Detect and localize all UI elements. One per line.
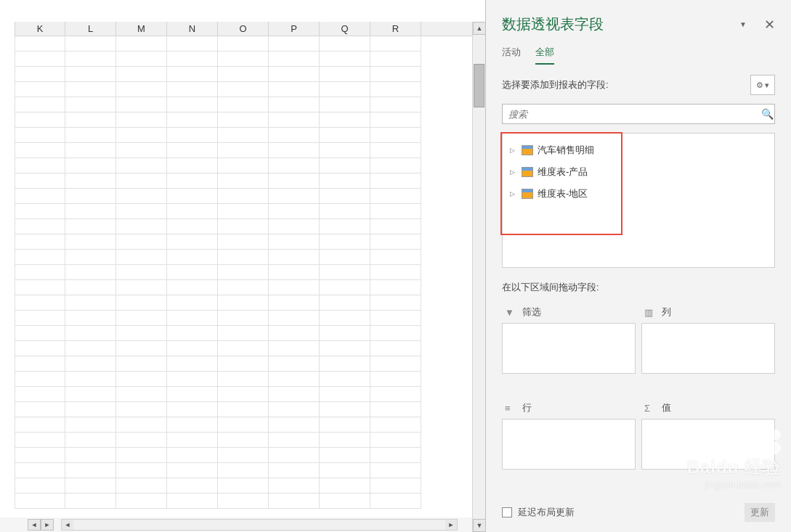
cell[interactable] bbox=[370, 97, 421, 112]
col-header[interactable]: N bbox=[167, 22, 218, 36]
cell[interactable] bbox=[370, 417, 421, 433]
cell[interactable] bbox=[320, 417, 370, 433]
cell[interactable] bbox=[65, 52, 116, 67]
cell[interactable] bbox=[370, 448, 421, 463]
cell[interactable] bbox=[116, 234, 167, 250]
defer-layout-checkbox[interactable]: 延迟布局更新 bbox=[502, 506, 575, 519]
cell[interactable] bbox=[269, 128, 320, 143]
cell[interactable] bbox=[218, 448, 269, 463]
cell[interactable] bbox=[218, 372, 269, 387]
cell[interactable] bbox=[15, 478, 65, 494]
cell[interactable] bbox=[320, 250, 370, 265]
cell[interactable] bbox=[370, 143, 421, 158]
cell[interactable] bbox=[65, 387, 116, 402]
cell[interactable] bbox=[320, 173, 370, 189]
cell[interactable] bbox=[65, 448, 116, 463]
cell[interactable] bbox=[269, 463, 320, 478]
cell[interactable] bbox=[269, 97, 320, 112]
cell[interactable] bbox=[65, 326, 116, 341]
cell[interactable] bbox=[65, 204, 116, 219]
cell[interactable] bbox=[269, 356, 320, 372]
cell[interactable] bbox=[116, 219, 167, 234]
cell[interactable] bbox=[15, 204, 65, 219]
cell[interactable] bbox=[218, 280, 269, 295]
cell[interactable] bbox=[320, 36, 370, 52]
cell[interactable] bbox=[15, 433, 65, 448]
col-header[interactable]: L bbox=[65, 22, 116, 36]
cell[interactable] bbox=[116, 52, 167, 67]
cell[interactable] bbox=[65, 143, 116, 158]
field-item[interactable]: ▷ 汽车销售明细 bbox=[503, 139, 774, 161]
cell[interactable] bbox=[167, 250, 218, 265]
cell[interactable] bbox=[65, 341, 116, 356]
cell[interactable] bbox=[167, 52, 218, 67]
scroll-right-icon[interactable]: ► bbox=[445, 520, 457, 530]
cell[interactable] bbox=[65, 36, 116, 52]
cell[interactable] bbox=[65, 158, 116, 173]
cell[interactable] bbox=[370, 158, 421, 173]
cell[interactable] bbox=[116, 280, 167, 295]
cell[interactable] bbox=[15, 356, 65, 372]
cell[interactable] bbox=[370, 433, 421, 448]
cell[interactable] bbox=[269, 295, 320, 311]
cell[interactable] bbox=[269, 250, 320, 265]
cell[interactable] bbox=[65, 494, 116, 509]
cell[interactable] bbox=[167, 295, 218, 311]
close-icon[interactable]: ✕ bbox=[764, 17, 775, 33]
cell[interactable] bbox=[116, 463, 167, 478]
scroll-down-icon[interactable]: ▼ bbox=[473, 519, 486, 532]
cell[interactable] bbox=[15, 295, 65, 311]
cell[interactable] bbox=[116, 448, 167, 463]
cell[interactable] bbox=[320, 463, 370, 478]
cell[interactable] bbox=[218, 341, 269, 356]
cell[interactable] bbox=[116, 295, 167, 311]
cell[interactable] bbox=[167, 189, 218, 204]
cell[interactable] bbox=[218, 189, 269, 204]
cell[interactable] bbox=[269, 82, 320, 97]
cell[interactable] bbox=[167, 311, 218, 326]
cell[interactable] bbox=[65, 280, 116, 295]
cell[interactable] bbox=[65, 112, 116, 128]
scroll-up-icon[interactable]: ▲ bbox=[473, 22, 486, 35]
cell[interactable] bbox=[167, 82, 218, 97]
cell[interactable] bbox=[15, 372, 65, 387]
cell[interactable] bbox=[269, 494, 320, 509]
cell[interactable] bbox=[320, 52, 370, 67]
cell[interactable] bbox=[320, 189, 370, 204]
cell[interactable] bbox=[15, 494, 65, 509]
cell[interactable] bbox=[167, 280, 218, 295]
cell[interactable] bbox=[116, 326, 167, 341]
cell[interactable] bbox=[167, 494, 218, 509]
cell[interactable] bbox=[116, 356, 167, 372]
cell[interactable] bbox=[15, 158, 65, 173]
cell[interactable] bbox=[167, 341, 218, 356]
cell[interactable] bbox=[167, 478, 218, 494]
cell[interactable] bbox=[320, 372, 370, 387]
col-header[interactable]: R bbox=[370, 22, 421, 36]
expand-icon[interactable]: ▷ bbox=[510, 168, 517, 176]
cell[interactable] bbox=[167, 433, 218, 448]
cell[interactable] bbox=[116, 478, 167, 494]
cell[interactable] bbox=[269, 448, 320, 463]
cell[interactable] bbox=[370, 189, 421, 204]
cell[interactable] bbox=[320, 448, 370, 463]
field-item[interactable]: ▷ 维度表-产品 bbox=[503, 161, 774, 183]
cell[interactable] bbox=[116, 402, 167, 417]
cell[interactable] bbox=[167, 112, 218, 128]
cell[interactable] bbox=[15, 311, 65, 326]
cell[interactable] bbox=[269, 265, 320, 280]
tab-active[interactable]: 活动 bbox=[502, 43, 521, 65]
cell[interactable] bbox=[116, 387, 167, 402]
cell[interactable] bbox=[269, 189, 320, 204]
cell[interactable] bbox=[320, 433, 370, 448]
expand-icon[interactable]: ▷ bbox=[510, 190, 517, 197]
cell[interactable] bbox=[269, 234, 320, 250]
cell[interactable] bbox=[320, 280, 370, 295]
cell[interactable] bbox=[269, 341, 320, 356]
cell[interactable] bbox=[370, 341, 421, 356]
pane-dropdown-icon[interactable]: ▼ bbox=[739, 20, 747, 28]
cell[interactable] bbox=[167, 158, 218, 173]
cell[interactable] bbox=[370, 112, 421, 128]
cell[interactable] bbox=[370, 478, 421, 494]
cell[interactable] bbox=[269, 478, 320, 494]
